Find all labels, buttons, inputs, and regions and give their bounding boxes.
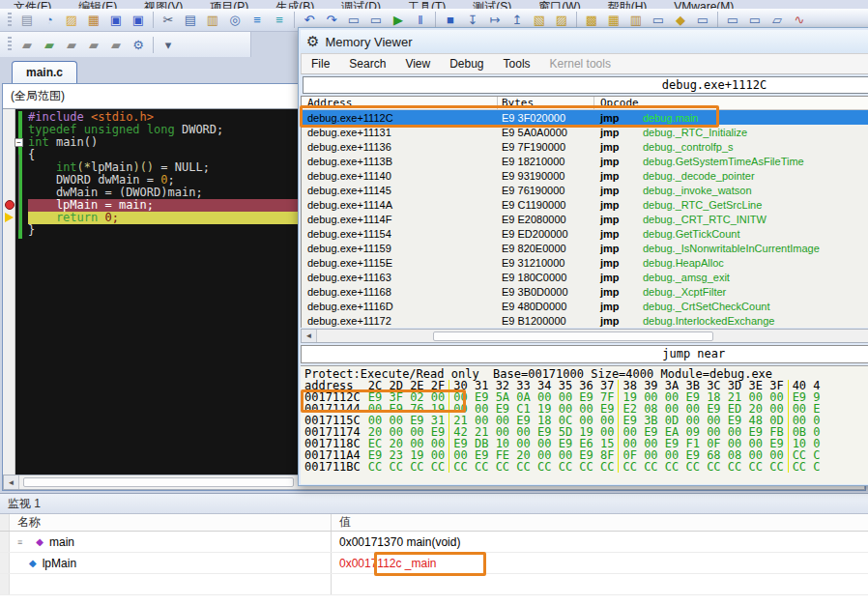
code-token: main() <box>49 135 99 149</box>
disassembly-row[interactable]: debug.exe+11131E9 5A0A0000jmpdebug._RTC_… <box>302 125 868 139</box>
disassembly-row[interactable]: debug.exe+1112CE9 3F020000jmpdebug.main <box>302 110 868 125</box>
disassembly-row[interactable]: debug.exe+11163E9 180C0000jmpdebug._amsg… <box>302 270 868 284</box>
find-icon[interactable]: ◎ <box>225 11 245 29</box>
scrollbar-thumb[interactable] <box>23 477 294 487</box>
row-bytes: E9 820E0000 <box>498 243 594 254</box>
toolbar-grip[interactable] <box>8 37 12 52</box>
code-token: #include <box>28 110 84 124</box>
opcode-mnemonic: jmp <box>600 301 643 312</box>
memory-viewer-menu-view[interactable]: View <box>395 57 440 71</box>
watch-panel-title[interactable]: 监视 1 <box>0 493 868 514</box>
memory-viewer-menu-search[interactable]: Search <box>339 57 395 71</box>
new-file-icon[interactable]: ▤ <box>17 11 37 29</box>
memory-viewer-menu-tools[interactable]: Tools <box>494 57 540 71</box>
scroll-left-arrow-icon[interactable]: ◄ <box>302 330 317 342</box>
save-icon[interactable]: ▣ <box>106 11 126 29</box>
ide-menu-item[interactable]: 编辑(E) <box>65 0 130 9</box>
collapse-minus-icon[interactable]: − <box>14 138 23 147</box>
toolbar-grip[interactable] <box>8 13 12 28</box>
watch-name-cell[interactable]: ≡◆main <box>10 532 332 552</box>
disassembly-row[interactable]: debug.exe+11159E9 820E0000jmpdebug._IsNo… <box>302 241 868 255</box>
toolbar-separator <box>153 12 154 28</box>
watch-value[interactable]: 0x0017112c _main <box>332 553 868 573</box>
current-statement-arrow-icon <box>5 213 14 222</box>
watch-name: main <box>49 535 74 549</box>
watch-value[interactable]: 0x00171370 main(void) <box>332 532 868 552</box>
disassembly-list: Address Bytes Opcode debug.exe+1112CE9 3… <box>301 96 868 328</box>
indent-icon[interactable]: ≡ <box>247 11 267 29</box>
tab-main-c[interactable]: main.c <box>12 61 77 83</box>
memory-dump[interactable]: Protect:Execute/Read only Base=00171000 … <box>301 365 868 484</box>
code-token: DWORD; <box>175 123 224 136</box>
ide-menu-item[interactable]: 视图(V) <box>130 0 196 9</box>
opcode-mnemonic: jmp <box>600 170 643 182</box>
disassembly-row[interactable]: debug.exe+1114AE9 C1190000jmpdebug._RTC_… <box>302 197 868 212</box>
copy-icon[interactable]: ▤ <box>181 11 200 29</box>
ide-menu-item[interactable]: VMware(M) <box>660 0 747 9</box>
address-input[interactable]: debug.exe+1112C <box>303 76 868 94</box>
disassembly-horizontal-scrollbar[interactable]: ◄ <box>301 329 868 343</box>
ide-menu-bar[interactable]: 文件(F)编辑(E)视图(V)项目(P)生成(B)调试(D)工具(T)测试(S)… <box>0 0 868 9</box>
ide-menu-item[interactable]: 帮助(H) <box>594 0 661 9</box>
ide-menu-item[interactable]: 工具(T) <box>394 0 459 9</box>
scroll-left-arrow-icon[interactable]: ◄ <box>4 475 19 489</box>
breakpoint-gutter[interactable] <box>3 109 15 475</box>
expander-icon[interactable]: ≡ <box>17 537 22 547</box>
disassembly-row[interactable]: debug.exe+11172E9 B1200000jmpdebug.Inter… <box>302 313 868 328</box>
breakpoint-tool-icon-3[interactable]: ▰ <box>62 36 81 54</box>
watch-row[interactable]: ◆lpMain0x0017112c _main <box>0 553 868 574</box>
disassembly-row[interactable]: debug.exe+1115EE9 31210000jmpdebug.HeapA… <box>302 255 868 270</box>
opcode-target: debug._CRT_RTC_INITW <box>643 214 767 225</box>
save-all-icon[interactable]: ▣ <box>129 11 148 29</box>
ide-menu-item[interactable]: 项目(P) <box>196 0 262 9</box>
row-opcode: jmpdebug._RTC_GetSrcLine <box>594 199 868 211</box>
breakpoint-tool-icon-1[interactable]: ▰ <box>17 36 37 54</box>
ide-menu-item[interactable]: 生成(B) <box>262 0 328 9</box>
breakpoint-tool-icon-5[interactable]: ▰ <box>106 36 126 54</box>
memory-viewer-menu-file[interactable]: File <box>302 57 339 71</box>
disassembly-row[interactable]: debug.exe+11140E9 93190000jmpdebug._deco… <box>302 168 868 183</box>
code-token: int <box>56 160 77 174</box>
start-page-icon[interactable]: ◔ <box>40 11 59 29</box>
disassembly-row[interactable]: debug.exe+11168E9 3B0D0000jmpdebug._Xcpt… <box>302 284 868 299</box>
column-address[interactable]: Address <box>302 97 498 109</box>
row-bytes: E9 18210000 <box>498 156 594 167</box>
opcode-mnemonic: jmp <box>600 199 643 211</box>
toolbar-overflow-icon[interactable]: ▾ <box>159 36 178 54</box>
row-opcode: jmpdebug._decode_pointer <box>594 170 868 182</box>
breakpoint-tool-icon-4[interactable]: ▰ <box>84 36 103 54</box>
ide-menu-item[interactable]: 文件(F) <box>0 0 65 9</box>
ide-menu-item[interactable]: 调试(D) <box>328 0 394 9</box>
memory-viewer-menu-debug[interactable]: Debug <box>440 57 493 71</box>
memory-viewer-title-bar[interactable]: ⚙ Memory Viewer <box>301 30 868 53</box>
add-item-icon[interactable]: ▦ <box>84 11 103 29</box>
paste-icon[interactable]: ▥ <box>203 11 222 29</box>
opcode-target: debug._RTC_Initialize <box>643 127 747 138</box>
disassembly-row[interactable]: debug.exe+1113BE9 18210000jmpdebug.GetSy… <box>302 154 868 168</box>
disassembly-row[interactable]: debug.exe+11154E9 ED200000jmpdebug.GetTi… <box>302 226 868 241</box>
breakpoint-icon[interactable] <box>5 200 14 210</box>
watch-row-empty[interactable] <box>0 574 868 595</box>
cut-icon[interactable]: ✂ <box>159 11 178 29</box>
disassembly-row[interactable]: debug.exe+1114FE9 E2080000jmpdebug._CRT_… <box>302 212 868 226</box>
scrollbar-thumb[interactable] <box>433 331 713 341</box>
opcode-target: debug._CrtSetCheckCount <box>643 301 769 312</box>
disassembly-row[interactable]: debug.exe+1116DE9 480D0000jmpdebug._CrtS… <box>302 299 868 313</box>
watch-row[interactable]: ≡◆main0x00171370 main(void) <box>0 532 868 553</box>
watch-name-cell[interactable]: ◆lpMain <box>10 553 332 573</box>
wrench-icon[interactable]: ⚙ <box>129 36 148 54</box>
ide-menu-item[interactable]: 窗口(W) <box>525 0 593 9</box>
ide-menu-item[interactable]: 测试(S) <box>459 0 525 9</box>
column-opcode[interactable]: Opcode <box>594 97 868 109</box>
row-opcode: jmpdebug._RTC_Initialize <box>594 127 868 138</box>
watch-column-value[interactable]: 值 <box>332 514 868 531</box>
open-folder-icon[interactable]: ▨ <box>62 11 81 29</box>
watch-column-name[interactable]: 名称 <box>10 514 332 531</box>
comment-icon[interactable]: ≡ <box>270 11 289 29</box>
code-token: DWORD dwMain = <box>28 173 160 187</box>
disassembly-row[interactable]: debug.exe+11145E9 76190000jmpdebug._invo… <box>302 183 868 197</box>
code-token: (* <box>77 160 91 174</box>
column-bytes[interactable]: Bytes <box>498 97 594 109</box>
breakpoint-tool-icon-2[interactable]: ▰ <box>40 36 59 54</box>
disassembly-row[interactable]: debug.exe+11136E9 7F190000jmpdebug._cont… <box>302 139 868 154</box>
